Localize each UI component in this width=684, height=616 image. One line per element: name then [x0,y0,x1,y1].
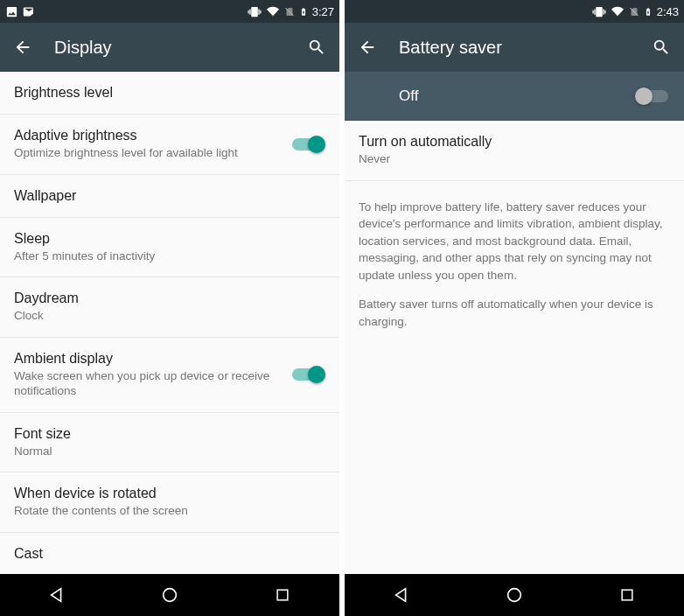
search-button[interactable] [649,35,674,60]
description-p2: Battery saver turns off automatically wh… [359,296,670,330]
svg-point-2 [508,589,521,602]
row-title: Sleep [14,231,315,247]
master-toggle-switch[interactable] [635,88,670,105]
app-bar: Display [0,23,339,72]
search-button[interactable] [304,35,329,60]
phone-left: 3:27 Display Brightness levelAdaptive br… [0,0,339,616]
app-bar: Battery saver [345,23,684,72]
nav-back-button[interactable] [375,578,428,612]
row-title: Cast [14,546,315,562]
description-p1: To help improve battery life, battery sa… [359,199,670,284]
settings-row[interactable]: Font sizeNormal [0,413,339,473]
master-toggle-bar[interactable]: Off [345,72,684,121]
battery-charging-icon [299,5,308,18]
back-button[interactable] [10,35,35,60]
row-title: Wallpaper [14,188,315,204]
settings-row[interactable]: Brightness level [0,72,339,115]
master-toggle-label: Off [399,88,635,105]
nav-back-button[interactable] [31,578,83,612]
row-subtitle: Optimize brightness level for available … [14,145,280,161]
row-subtitle: After 5 minutes of inactivity [14,248,315,264]
row-title: Ambient display [14,351,280,367]
toggle-switch[interactable] [290,366,325,383]
back-button[interactable] [355,35,380,60]
svg-rect-1 [277,590,288,600]
row-title: Brightness level [14,85,315,101]
svg-rect-3 [622,590,632,600]
status-bar: 3:27 [0,0,339,23]
settings-row-turn-on-auto[interactable]: Turn on automatically Never [345,121,684,181]
image-icon [5,5,18,18]
row-title: Adaptive brightness [14,128,280,144]
row-title: Turn on automatically [359,134,660,150]
description-text: To help improve battery life, battery sa… [345,181,684,350]
vibrate-icon [592,5,606,18]
wifi-icon [266,5,280,18]
nav-bar [345,574,684,616]
svg-point-0 [164,589,177,602]
page-title: Display [54,38,304,58]
settings-content: Turn on automatically Never To help impr… [345,121,684,574]
settings-row[interactable]: SleepAfter 5 minutes of inactivity [0,218,339,278]
settings-row[interactable]: Cast [0,533,339,574]
settings-row[interactable]: Wallpaper [0,175,339,218]
nav-recent-button[interactable] [256,578,309,612]
settings-list: Brightness levelAdaptive brightnessOptim… [0,72,339,574]
no-sim-icon [629,5,639,18]
phone-right: 2:43 Battery saver Off Turn on automatic… [345,0,684,616]
vibrate-icon [248,5,262,18]
nav-bar [0,574,339,616]
toggle-switch[interactable] [290,136,325,153]
row-subtitle: Rotate the contents of the screen [14,503,315,519]
row-subtitle: Never [359,151,660,167]
nav-recent-button[interactable] [601,578,653,612]
row-subtitle: Wake screen when you pick up device or r… [14,368,280,399]
row-title: Daydream [14,290,315,306]
status-time: 2:43 [657,5,679,18]
settings-row[interactable]: Ambient displayWake screen when you pick… [0,338,339,413]
settings-row[interactable]: Adaptive brightnessOptimize brightness l… [0,115,339,175]
settings-row[interactable]: When device is rotatedRotate the content… [0,472,339,533]
mail-icon [22,5,36,18]
row-title: When device is rotated [14,486,315,501]
nav-home-button[interactable] [143,578,196,612]
settings-row[interactable]: DaydreamClock [0,277,339,338]
status-time: 3:27 [312,5,334,18]
page-title: Battery saver [399,38,649,58]
row-title: Font size [14,426,315,442]
nav-home-button[interactable] [488,578,541,612]
no-sim-icon [284,5,295,18]
row-subtitle: Normal [14,444,315,459]
battery-charging-icon [644,5,653,18]
status-bar: 2:43 [345,0,684,23]
row-subtitle: Clock [14,308,315,324]
wifi-icon [611,5,625,18]
